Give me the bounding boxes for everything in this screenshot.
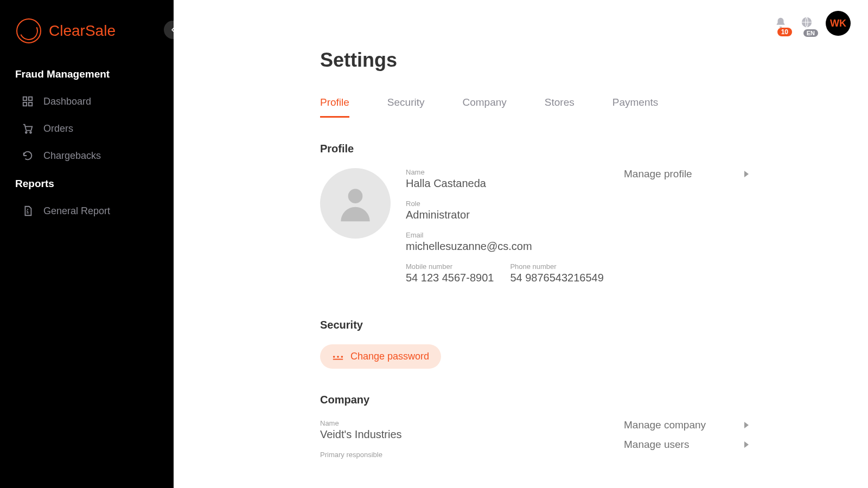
company-name-value: Veidt's Industries — [320, 428, 624, 441]
manage-company-link[interactable]: Manage company — [624, 419, 749, 431]
report-icon — [22, 205, 34, 217]
svg-rect-0 — [23, 97, 27, 100]
svg-rect-3 — [29, 102, 32, 106]
caret-right-icon — [744, 441, 749, 448]
person-icon — [334, 182, 377, 225]
change-password-label: Change password — [350, 351, 429, 362]
sidebar-item-chargebacks[interactable]: Chargebacks — [0, 142, 174, 169]
password-icon — [332, 352, 344, 362]
company-primary-label: Primary responsible — [320, 451, 624, 459]
role-label: Role — [406, 200, 624, 208]
security-section-title: Security — [320, 319, 749, 331]
manage-company-label: Manage company — [624, 419, 706, 431]
svg-point-5 — [30, 132, 31, 133]
sidebar-item-label: General Report — [43, 206, 110, 217]
svg-point-8 — [333, 356, 335, 358]
brand-logo-icon — [16, 18, 41, 43]
globe-icon — [801, 21, 813, 30]
caret-right-icon — [744, 422, 749, 428]
phone-label: Phone number — [510, 262, 603, 271]
svg-rect-11 — [333, 358, 343, 359]
language-selector[interactable]: EN — [801, 16, 813, 30]
manage-users-label: Manage users — [624, 439, 689, 451]
mobile-value: 54 123 4567-8901 — [406, 272, 494, 284]
manage-profile-link[interactable]: Manage profile — [624, 168, 749, 180]
tab-security[interactable]: Security — [387, 97, 425, 118]
email-label: Email — [406, 231, 624, 239]
refresh-icon — [22, 150, 34, 162]
sidebar-item-general-report[interactable]: General Report — [0, 197, 174, 224]
sidebar-item-label: Chargebacks — [43, 150, 101, 162]
phone-value: 54 9876543216549 — [510, 272, 603, 284]
company-section-title: Company — [320, 394, 749, 406]
sidebar-item-label: Orders — [43, 123, 73, 134]
name-value: Halla Castaneda — [406, 177, 624, 190]
main-area: 10 EN WK Settings Profile Security Compa… — [174, 0, 868, 488]
profile-section: Profile Name Halla Castaneda Role Admini… — [320, 143, 749, 294]
sidebar: ClearSale Fraud Management Dashboard Ord… — [0, 0, 174, 488]
security-section: Security Change password — [320, 319, 749, 369]
name-label: Name — [406, 168, 624, 176]
manage-profile-label: Manage profile — [624, 168, 692, 180]
email-value: michellesuzanne@cs.com — [406, 240, 624, 253]
topbar: 10 EN WK — [775, 11, 851, 36]
tab-payments[interactable]: Payments — [612, 97, 658, 118]
tab-stores[interactable]: Stores — [545, 97, 575, 118]
brand-name: ClearSale — [49, 22, 116, 40]
notification-badge: 10 — [777, 28, 792, 36]
profile-section-title: Profile — [320, 143, 749, 155]
company-name-label: Name — [320, 419, 624, 427]
sidebar-item-label: Dashboard — [43, 96, 91, 107]
svg-point-10 — [341, 356, 343, 358]
dashboard-icon — [22, 95, 34, 107]
brand[interactable]: ClearSale — [0, 0, 174, 60]
tab-company[interactable]: Company — [463, 97, 507, 118]
sidebar-item-orders[interactable]: Orders — [0, 115, 174, 142]
avatar-initials: WK — [830, 18, 846, 29]
user-avatar[interactable]: WK — [826, 11, 851, 36]
svg-rect-2 — [23, 102, 27, 106]
cart-icon — [22, 123, 34, 134]
nav-section-reports: Reports — [0, 169, 174, 197]
notifications-button[interactable]: 10 — [775, 17, 788, 30]
settings-tabs: Profile Security Company Stores Payments — [320, 97, 749, 118]
manage-users-link[interactable]: Manage users — [624, 439, 749, 451]
svg-point-4 — [25, 132, 27, 133]
nav-section-fraud: Fraud Management — [0, 60, 174, 88]
tab-profile[interactable]: Profile — [320, 97, 349, 118]
svg-rect-1 — [29, 97, 32, 100]
language-badge: EN — [803, 29, 818, 37]
svg-point-7 — [348, 189, 363, 203]
svg-point-9 — [337, 356, 339, 358]
page-title: Settings — [320, 49, 749, 72]
role-value: Administrator — [406, 209, 624, 221]
company-section: Company Name Veidt's Industries Primary … — [320, 394, 749, 468]
caret-right-icon — [744, 171, 749, 177]
mobile-label: Mobile number — [406, 262, 494, 271]
change-password-button[interactable]: Change password — [320, 344, 441, 369]
sidebar-item-dashboard[interactable]: Dashboard — [0, 88, 174, 115]
profile-avatar-placeholder[interactable] — [320, 168, 391, 239]
